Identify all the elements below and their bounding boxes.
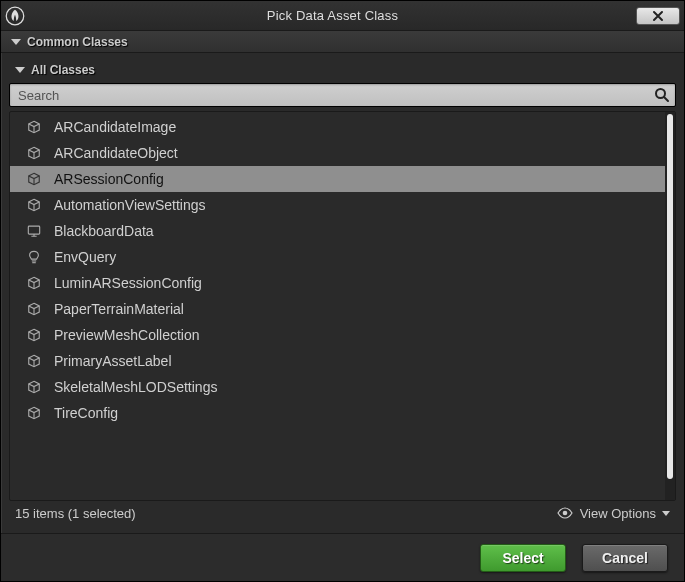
bulb-icon <box>26 249 42 265</box>
svg-point-8 <box>562 511 567 516</box>
select-button[interactable]: Select <box>480 544 566 572</box>
search-icon <box>652 85 672 105</box>
list-item[interactable]: ARSessionConfig <box>10 166 665 192</box>
list-item-label: TireConfig <box>54 405 118 421</box>
search-field-wrap <box>9 83 676 107</box>
class-list[interactable]: ARCandidateImageARCandidateObjectARSessi… <box>10 112 665 500</box>
svg-rect-3 <box>28 226 39 234</box>
body-area: All Classes ARCandidateImageARCandidateO… <box>1 53 684 533</box>
box-icon <box>26 379 42 395</box>
box-icon <box>26 275 42 291</box>
list-item-label: BlackboardData <box>54 223 154 239</box>
list-item[interactable]: LuminARSessionConfig <box>10 270 665 296</box>
expand-icon <box>11 39 21 45</box>
box-icon <box>26 119 42 135</box>
list-item[interactable]: BlackboardData <box>10 218 665 244</box>
list-item[interactable]: SkeletalMeshLODSettings <box>10 374 665 400</box>
all-classes-label: All Classes <box>31 63 95 77</box>
view-options-label: View Options <box>580 506 656 521</box>
list-item[interactable]: AutomationViewSettings <box>10 192 665 218</box>
close-icon <box>652 10 664 22</box>
box-icon <box>26 197 42 213</box>
class-list-container: ARCandidateImageARCandidateObjectARSessi… <box>9 111 676 501</box>
status-text: 15 items (1 selected) <box>15 506 136 521</box>
list-item[interactable]: ARCandidateImage <box>10 114 665 140</box>
list-item-label: SkeletalMeshLODSettings <box>54 379 217 395</box>
box-icon <box>26 171 42 187</box>
unreal-logo-icon <box>5 6 25 26</box>
chevron-down-icon <box>662 511 670 516</box>
scrollbar-thumb[interactable] <box>667 114 673 479</box>
title-bar: Pick Data Asset Class <box>1 1 684 31</box>
list-item-label: PaperTerrainMaterial <box>54 301 184 317</box>
view-options-button[interactable]: View Options <box>556 506 670 521</box>
cancel-button[interactable]: Cancel <box>582 544 668 572</box>
list-item-label: PrimaryAssetLabel <box>54 353 172 369</box>
list-item-label: AutomationViewSettings <box>54 197 206 213</box>
dialog-window: Pick Data Asset Class Common Classes All… <box>0 0 685 582</box>
box-icon <box>26 405 42 421</box>
list-item-label: ARCandidateObject <box>54 145 178 161</box>
monitor-icon <box>26 223 42 239</box>
svg-line-2 <box>664 97 668 101</box>
list-item-label: PreviewMeshCollection <box>54 327 200 343</box>
list-item-label: ARCandidateImage <box>54 119 176 135</box>
box-icon <box>26 145 42 161</box>
list-item[interactable]: TireConfig <box>10 400 665 426</box>
list-item[interactable]: EnvQuery <box>10 244 665 270</box>
button-row: Select Cancel <box>1 533 684 581</box>
all-classes-header[interactable]: All Classes <box>9 61 676 83</box>
window-title: Pick Data Asset Class <box>29 8 636 23</box>
list-item[interactable]: PaperTerrainMaterial <box>10 296 665 322</box>
list-item[interactable]: PrimaryAssetLabel <box>10 348 665 374</box>
list-item-label: ARSessionConfig <box>54 171 164 187</box>
scrollbar[interactable] <box>665 112 675 500</box>
box-icon <box>26 301 42 317</box>
common-classes-label: Common Classes <box>27 35 128 49</box>
box-icon <box>26 327 42 343</box>
list-item[interactable]: ARCandidateObject <box>10 140 665 166</box>
close-button[interactable] <box>636 7 680 25</box>
expand-icon <box>15 67 25 73</box>
box-icon <box>26 353 42 369</box>
list-item[interactable]: PreviewMeshCollection <box>10 322 665 348</box>
common-classes-header[interactable]: Common Classes <box>1 31 684 53</box>
search-input[interactable] <box>9 83 676 107</box>
list-item-label: LuminARSessionConfig <box>54 275 202 291</box>
status-bar: 15 items (1 selected) View Options <box>9 501 676 525</box>
list-item-label: EnvQuery <box>54 249 116 265</box>
eye-icon <box>556 507 574 519</box>
